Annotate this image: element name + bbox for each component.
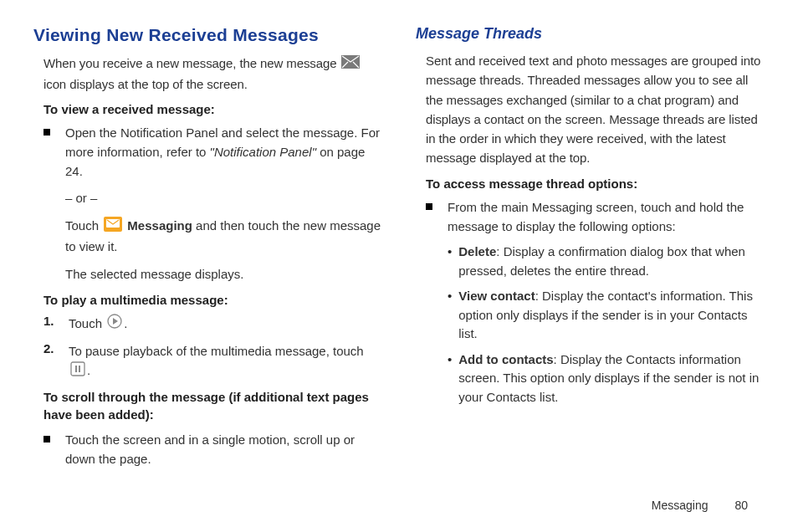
list-item: • View contact: Display the contact's in…: [416, 287, 765, 344]
section-play-multimedia: To play a multimedia message:: [33, 293, 382, 307]
section-thread-options: To access message thread options:: [416, 176, 765, 191]
list-item: Touch the screen and in a single motion,…: [33, 430, 382, 469]
dot-bullet-icon: •: [448, 243, 452, 280]
touch-messaging: Touch Messaging and then touch the new m…: [33, 216, 382, 256]
or-divider: – or –: [33, 188, 382, 207]
option-text: Add to contacts: Display the Contacts in…: [458, 350, 765, 407]
square-bullet-icon: [426, 203, 432, 210]
right-column: Message Threads Sent and received text a…: [416, 25, 765, 476]
step-text: To pause playback of the multimedia mess…: [69, 341, 382, 381]
square-bullet-icon: [43, 436, 50, 442]
dot-bullet-icon: •: [448, 350, 452, 407]
bullet-text: From the main Messaging screen, touch an…: [448, 197, 765, 237]
list-item: 2. To pause playback of the multimedia m…: [33, 341, 382, 381]
intro-paragraph: When you receive a new message, the new …: [33, 54, 382, 94]
list-item: 1. Touch .: [33, 314, 382, 335]
square-bullet-icon: [43, 129, 50, 136]
bullet-text: Touch the screen and in a single motion,…: [65, 430, 382, 469]
section-scroll: To scroll through the message (if additi…: [33, 388, 382, 423]
list-item: • Delete: Display a confirmation dialog …: [416, 243, 765, 280]
option-text: View contact: Display the contact's info…: [458, 287, 765, 344]
messaging-icon: [104, 217, 122, 237]
list-item: • Add to contacts: Display the Contacts …: [416, 350, 765, 407]
list-item: From the main Messaging screen, touch an…: [416, 197, 765, 237]
svg-rect-6: [79, 366, 80, 372]
dot-bullet-icon: •: [448, 287, 452, 344]
heading-viewing-messages: Viewing New Received Messages: [33, 25, 382, 45]
list-item: Open the Notification Panel and select t…: [33, 123, 382, 182]
footer-page-number: 80: [734, 499, 748, 512]
step-number: 2.: [43, 341, 57, 381]
page-footer: Messaging 80: [652, 499, 748, 512]
section-view-received: To view a received message:: [33, 102, 382, 116]
envelope-icon: [341, 54, 360, 74]
heading-message-threads: Message Threads: [416, 25, 765, 43]
step-text: Touch .: [69, 314, 127, 335]
svg-rect-4: [71, 362, 84, 376]
threads-intro: Sent and received text and photo message…: [416, 51, 765, 168]
bullet-text: Open the Notification Panel and select t…: [65, 123, 382, 182]
result-text: The selected message displays.: [33, 264, 382, 284]
left-column: Viewing New Received Messages When you r…: [33, 25, 382, 476]
option-text: Delete: Display a confirmation dialog bo…: [458, 243, 765, 280]
footer-section: Messaging: [652, 499, 708, 512]
play-icon: [107, 314, 122, 334]
step-number: 1.: [43, 314, 57, 335]
intro-text-a: When you receive a new message, the new …: [43, 56, 337, 70]
svg-rect-5: [75, 366, 77, 372]
intro-text-b: icon displays at the top of the screen.: [43, 77, 248, 91]
pause-icon: [70, 361, 85, 381]
